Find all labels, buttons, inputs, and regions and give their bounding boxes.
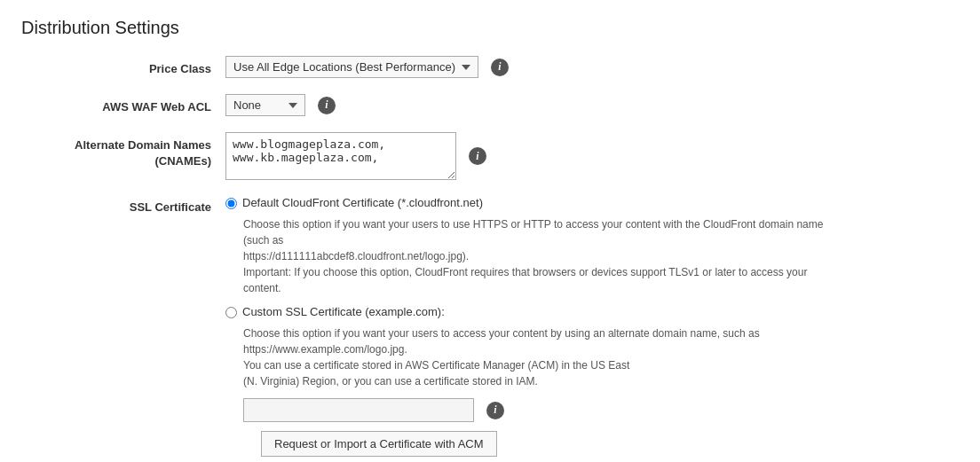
- cname-row: Alternate Domain Names (CNAMEs) www.blog…: [21, 132, 959, 180]
- page-title: Distribution Settings: [21, 18, 959, 38]
- price-class-select[interactable]: Use All Edge Locations (Best Performance…: [225, 56, 478, 78]
- acm-button-row: Request or Import a Certificate with ACM: [243, 431, 959, 462]
- cname-label-sub: (CNAMEs): [154, 154, 211, 168]
- ssl-default-label-text: Default CloudFront Certificate (*.cloudf…: [242, 196, 483, 209]
- waf-select[interactable]: None: [225, 94, 305, 116]
- ssl-custom-desc-line3: (N. Virginia) Region, or you can use a c…: [243, 375, 538, 388]
- ssl-custom-input-row: i: [243, 398, 959, 422]
- ssl-default-desc-line2: https://d111111abcdef8.cloudfront.net/lo…: [243, 250, 469, 262]
- price-class-row: Price Class Use All Edge Locations (Best…: [21, 56, 959, 78]
- ssl-label: SSL Certificate: [21, 196, 225, 214]
- acm-button[interactable]: Request or Import a Certificate with ACM: [261, 431, 497, 457]
- cname-control: www.blogmageplaza.com, www.kb.mageplaza.…: [225, 132, 959, 180]
- ssl-custom-cert-input[interactable]: [243, 398, 474, 422]
- waf-inner: None i: [225, 94, 336, 116]
- price-class-label: Price Class: [21, 56, 225, 77]
- ssl-default-desc-line3: Important: If you choose this option, Cl…: [243, 266, 807, 294]
- ssl-custom-radio[interactable]: [225, 307, 237, 318]
- ssl-custom-desc-line1: Choose this option if you want your user…: [243, 327, 760, 356]
- cname-info-icon[interactable]: i: [469, 147, 486, 165]
- cname-label-main: Alternate Domain Names: [75, 138, 211, 152]
- ssl-default-option: Default CloudFront Certificate (*.cloudf…: [225, 196, 959, 209]
- waf-row: AWS WAF Web ACL None i: [21, 94, 959, 116]
- ssl-custom-info-icon[interactable]: i: [486, 402, 504, 419]
- price-class-inner: Use All Edge Locations (Best Performance…: [225, 56, 509, 78]
- ssl-custom-description: Choose this option if you want your user…: [243, 325, 847, 389]
- cname-textarea[interactable]: www.blogmageplaza.com, www.kb.mageplaza.…: [225, 132, 456, 180]
- ssl-custom-desc-line2: You can use a certificate stored in AWS …: [243, 359, 629, 372]
- ssl-content: Default CloudFront Certificate (*.cloudf…: [225, 196, 959, 462]
- waf-control: None i: [225, 94, 959, 116]
- waf-info-icon[interactable]: i: [318, 97, 336, 114]
- ssl-default-label[interactable]: Default CloudFront Certificate (*.cloudf…: [225, 196, 959, 209]
- waf-label: AWS WAF Web ACL: [21, 94, 225, 115]
- ssl-default-desc-line1: Choose this option if you want your user…: [243, 218, 823, 247]
- ssl-custom-option: Custom SSL Certificate (example.com):: [225, 305, 959, 318]
- price-class-info-icon[interactable]: i: [491, 59, 509, 76]
- cname-label: Alternate Domain Names (CNAMEs): [21, 132, 225, 169]
- price-class-control: Use All Edge Locations (Best Performance…: [225, 56, 959, 78]
- ssl-default-description: Choose this option if you want your user…: [243, 216, 847, 296]
- ssl-default-radio[interactable]: [225, 198, 237, 209]
- ssl-custom-label[interactable]: Custom SSL Certificate (example.com):: [225, 305, 959, 318]
- ssl-custom-label-text: Custom SSL Certificate (example.com):: [242, 305, 445, 318]
- ssl-row: SSL Certificate Default CloudFront Certi…: [21, 196, 959, 462]
- cname-inner: www.blogmageplaza.com, www.kb.mageplaza.…: [225, 132, 486, 180]
